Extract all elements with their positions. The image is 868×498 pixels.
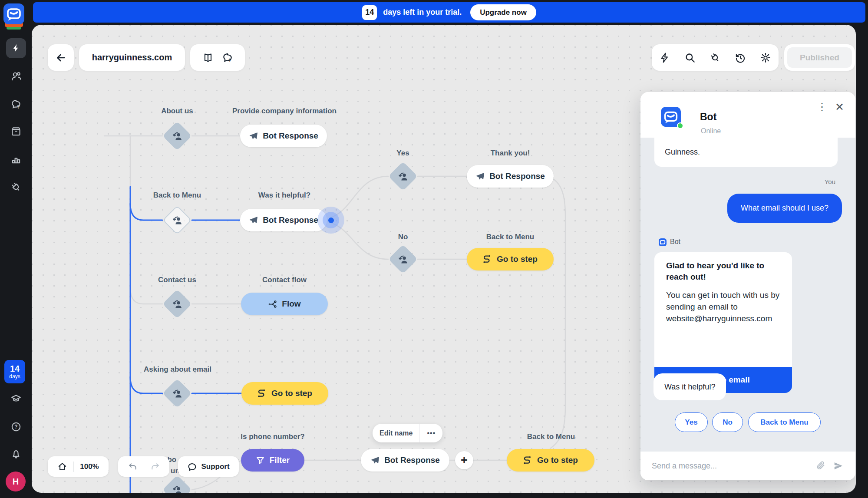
add-step-button[interactable]: + [455,451,473,469]
node-label-back-to-menu-3: Back to Menu [527,432,575,441]
user-interaction-icon [397,254,409,265]
bot-card-body: You can get in touch with us by sending … [666,290,779,311]
bot-name: harryguinness.com [92,53,172,63]
flow-canvas[interactable]: About us Provide company information Bac… [32,25,856,493]
bar-chart-icon [10,154,22,165]
sidebar-item-help[interactable]: ? [10,421,22,432]
node-filter-is-phone[interactable]: Filter [241,449,304,472]
plus-icon: + [461,454,468,467]
user-interaction-icon [172,214,183,226]
bot-card-title: Glad to hear you'd like to reach out! [666,260,775,283]
sidebar-item-archives[interactable] [10,126,22,137]
chatbot-logo[interactable] [3,3,24,24]
lightning-icon[interactable] [659,52,670,63]
paper-plane-icon [249,132,258,141]
canvas-tools [652,44,779,71]
you-label: You [825,178,835,185]
chat-widget-panel: Guinness. You What email should I use? B… [640,92,855,480]
node-label-yes: Yes [396,149,409,158]
archive-icon [10,126,22,137]
back-button[interactable] [48,44,74,71]
support-button[interactable]: Support [178,456,239,477]
message-input[interactable] [652,462,809,471]
search-icon[interactable] [684,52,696,63]
kebab-menu-icon[interactable]: ⋮ [817,102,827,112]
quick-reply-yes[interactable]: Yes [675,412,708,432]
node-go-to-step-bottom[interactable]: Go to step [507,449,594,472]
node-label-was-it-helpful: Was it helpful? [258,191,310,200]
node-card-label: Go to step [271,389,312,398]
app-window: 14 days left in your trial. Upgrade now … [0,0,868,498]
node-label-provide-info: Provide company information [232,107,337,115]
node-bot-response-was-helpful[interactable]: Bot Response [240,209,327,231]
published-button[interactable]: Published [787,47,852,68]
chat-partial-text: Guinness. [665,148,700,157]
chat-bot-status: Online [701,127,721,135]
email-link[interactable]: website@harryguinness.com [666,314,772,323]
send-icon[interactable] [833,460,844,472]
sidebar-item-users[interactable] [10,71,22,82]
chat-bot-title: Bot [700,111,716,123]
sidebar-trial-badge[interactable]: 14 days [4,360,25,383]
sidebar-item-chats[interactable]: ? [10,99,22,110]
route-icon [483,255,492,264]
edit-name-button[interactable]: Edit name [373,429,419,437]
trial-days-unit: days [9,374,20,379]
bell-icon [10,449,22,460]
sidebar-item-notifications[interactable] [10,449,22,460]
book-icon[interactable] [202,52,214,63]
svg-text:?: ? [228,58,231,63]
node-bot-response-thank-you[interactable]: Bot Response [467,165,554,188]
undo-icon[interactable] [128,462,138,472]
arrow-left-icon [55,52,66,63]
sidebar-item-reports[interactable] [10,154,22,165]
user-avatar[interactable]: H [6,472,26,491]
node-label-contact-flow: Contact flow [262,276,307,284]
upgrade-now-button[interactable]: Upgrade now [470,4,536,20]
chat-message-area: Guinness. You What email should I use? B… [640,138,855,452]
bot-message-label: Bot [670,238,680,246]
node-bot-response-bottom[interactable]: Bot Response [361,449,449,472]
more-options-button[interactable]: ••• [420,429,442,437]
sidebar-item-integrations[interactable] [10,181,22,193]
home-icon[interactable] [57,462,67,472]
paperclip-icon[interactable] [815,461,826,471]
user-message-text: What email should I use? [741,204,828,213]
bot-name-pill[interactable]: harryguinness.com [79,44,185,71]
help-circle-icon: ? [10,421,22,432]
node-label-thank-you: Thank you! [491,149,530,158]
paper-plane-icon [249,216,258,225]
user-interaction-icon [397,171,409,182]
bot-card: Glad to hear you'd like to reach out! Yo… [654,252,792,393]
chat-question-icon[interactable]: ? [222,52,233,63]
connection-point[interactable] [328,218,334,223]
paper-plane-icon [475,172,485,181]
quick-reply-back-to-menu[interactable]: Back to Menu [748,412,821,432]
paper-plane-icon [370,456,380,465]
redo-icon[interactable] [150,462,160,472]
node-bot-response-provide-info[interactable]: Bot Response [240,125,327,147]
trial-banner-text: days left in your trial. [383,8,462,17]
sidebar-item-flows[interactable] [6,38,26,58]
quick-reply-no[interactable]: No [712,412,743,432]
bot-mini-avatar [659,238,667,246]
gear-icon[interactable] [760,52,771,63]
node-label-back-to-menu-2: Back to Menu [486,233,535,241]
node-go-to-step-asking-email[interactable]: Go to step [241,382,328,405]
users-icon [10,71,22,82]
history-icon[interactable] [735,52,746,63]
node-flow-contact[interactable]: Flow [241,293,328,315]
plug-icon[interactable] [710,52,721,63]
chat-header: Bot Online ⋮ ✕ [640,92,855,138]
zoom-level[interactable]: 100% [80,462,99,471]
user-interaction-icon [172,130,183,142]
node-card-label: Filter [270,455,290,465]
node-card-label: Bot Response [384,455,440,465]
close-icon[interactable]: ✕ [835,102,844,112]
sidebar-item-academy[interactable] [10,393,22,404]
node-go-to-step-no[interactable]: Go to step [467,248,554,270]
node-card-label: Go to step [497,254,538,264]
svg-text:?: ? [17,104,20,109]
node-card-label: Go to step [537,455,578,465]
route-icon [257,389,267,398]
